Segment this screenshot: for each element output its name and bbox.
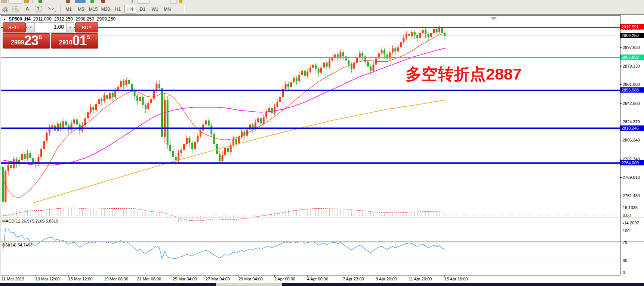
toolbar-fragment-button[interactable]	[170, 0, 177, 4]
macd-axis-label: 15.1338	[623, 205, 638, 210]
svg-text:F: F	[18, 10, 19, 12]
svg-text:E: E	[6, 10, 8, 12]
price-tick-label: 2824.370	[623, 119, 640, 124]
toolbar-separator	[187, 0, 187, 3]
hline-price-badge: 2887.882	[620, 55, 644, 60]
buy-price-display[interactable]: 2910015	[51, 33, 98, 49]
symbol-label: SP500-,H4	[9, 16, 31, 22]
volume-stepper: ▼ 1.00 ▲	[27, 22, 74, 32]
toolbar-fragment-icon[interactable]	[38, 0, 42, 3]
price-tick-label: 2751.480	[623, 193, 640, 198]
time-label: 29 Mar 04:00	[238, 277, 263, 281]
arrows-tool-icon[interactable]	[46, 5, 58, 13]
time-label: 21 Mar 08:00	[137, 277, 161, 281]
sell-price-big: 23	[24, 34, 38, 47]
toolbar-fragment-icon[interactable]	[179, 0, 182, 3]
ohlc-close: 2909.250	[97, 16, 115, 22]
time-label: 2 Apr 00:00	[274, 277, 295, 281]
time-label: 15 Apr 16:00	[444, 277, 468, 281]
time-label: 19 Mar 08:00	[104, 277, 128, 281]
svg-text:T: T	[37, 7, 39, 11]
toolbar-separator	[61, 5, 61, 13]
toolbar-fragment-icon[interactable]	[101, 0, 105, 3]
fibonacci-tool-icon[interactable]: F	[12, 5, 20, 13]
toolbar-separator	[132, 0, 133, 3]
time-label: 9 Apr 20:00	[376, 277, 397, 281]
pane-splitter-rsi[interactable]	[0, 241, 644, 242]
toolbar-row-top-cropped	[0, 0, 644, 4]
price-axis-border	[620, 14, 620, 275]
rsi-axis-label: 100	[623, 229, 629, 233]
timeframe-button-w1[interactable]: W1	[149, 5, 161, 13]
time-axis: 11 Mar 201913 Mar 12:0015 Mar 12:0019 Ma…	[0, 276, 644, 283]
toolbar-row-linestudies: E F A T M1M5M15M30H1H4D1W1MN	[0, 4, 644, 14]
toolbar-separator	[204, 0, 204, 3]
sell-button[interactable]: SELL	[3, 22, 26, 32]
hline-price-badge: 2855.588	[620, 87, 644, 93]
axis-tick	[620, 196, 622, 196]
pane-splitter-macd[interactable]	[0, 217, 644, 218]
toolbar-fragment-button[interactable]	[8, 0, 22, 4]
timeframe-button-d1[interactable]: D1	[137, 5, 148, 13]
timeframe-button-h1[interactable]: H1	[112, 5, 124, 13]
axis-tick	[620, 103, 622, 104]
price-tick-label: 2861.000	[623, 82, 640, 87]
timeframe-button-m15[interactable]: M15	[87, 5, 99, 13]
toolbar-fragment-button[interactable]	[138, 0, 150, 4]
timeframe-button-m1[interactable]: M1	[63, 5, 74, 13]
sell-price-display[interactable]: 2909235	[3, 33, 50, 49]
axis-tick	[620, 159, 622, 159]
buy-price-sup: 5	[87, 32, 90, 43]
toolbar-fragment-button[interactable]	[150, 0, 166, 3]
toolbar-fragment-icon[interactable]	[90, 0, 94, 3]
collapse-panel-icon[interactable]: ▲	[3, 18, 6, 21]
mt4-window: E F A T M1M5M15M30H1H4D1W1MN ▲ SP500-,H4…	[0, 0, 644, 286]
toolbar-fragment-icon[interactable]	[1, 0, 7, 3]
time-label: 7 Apr 23:00	[343, 277, 364, 281]
taskbar-segment[interactable]	[282, 283, 644, 286]
channel-tool-icon[interactable]: E	[1, 5, 9, 13]
time-label: 13 Mar 12:00	[36, 277, 60, 281]
buy-button[interactable]: BUY	[75, 22, 98, 32]
time-label: 27 Mar 04:00	[206, 277, 230, 281]
time-label: 25 Mar 04:00	[173, 277, 197, 281]
price-tick-label: 2897.630	[623, 45, 640, 50]
hline-price-badge: 2784.000	[620, 160, 644, 165]
toolbar-fragment-icon[interactable]	[75, 0, 86, 3]
time-label: 11 Apr 20:00	[409, 277, 432, 281]
timeframe-button-m5[interactable]: M5	[75, 5, 87, 13]
volume-increase-button[interactable]: ▲	[66, 23, 74, 32]
price-tick-label: 2842.500	[623, 101, 640, 106]
axis-tick	[620, 177, 622, 178]
volume-input[interactable]: 1.00	[35, 23, 66, 32]
volume-decrease-button[interactable]: ▼	[27, 23, 35, 32]
current-price-badge: 2909.250	[620, 33, 644, 38]
toolbar-fragment-icon[interactable]	[24, 0, 29, 3]
ohlc-high: 2912.250	[54, 16, 73, 22]
chart-window	[0, 14, 644, 283]
time-label: 11 Mar 2019	[1, 277, 24, 281]
taskbar-segment[interactable]	[0, 283, 216, 286]
timeframe-button-mn[interactable]: MN	[161, 5, 173, 13]
macd-axis-label: -14.2097	[623, 221, 639, 225]
axis-tick	[620, 84, 622, 85]
chart-plot[interactable]	[0, 15, 644, 283]
price-tick-label: 2879.130	[623, 64, 640, 68]
axis-tick	[620, 122, 622, 122]
text-tool-icon[interactable]: A	[23, 5, 31, 13]
ohlc-open: 2911.000	[33, 16, 52, 22]
toolbar-fragment-icon[interactable]	[66, 0, 70, 3]
price-tick-label: 2806.240	[623, 138, 640, 142]
buy-price-big: 01	[73, 34, 87, 47]
price-tick-label: 2769.610	[623, 175, 640, 180]
one-click-trade-panel: SELL ▼ 1.00 ▲ BUY 2909235 2910015	[3, 22, 98, 49]
label-tool-icon[interactable]: T	[34, 5, 43, 13]
timeframe-button-m30[interactable]: M30	[100, 5, 111, 13]
macd-label: MACD(12,26,9) 5.2169 5.8619	[2, 219, 58, 223]
rsi-axis-label: 0	[623, 270, 625, 275]
sell-price-prefix: 2909	[11, 38, 24, 47]
hline-price-badge: 2818.245	[620, 125, 644, 131]
timeframe-button-h4[interactable]: H4	[124, 5, 136, 13]
taskbar-strip-cropped	[0, 283, 644, 286]
chart-text-annotation: 多空转折点2887	[406, 63, 522, 85]
